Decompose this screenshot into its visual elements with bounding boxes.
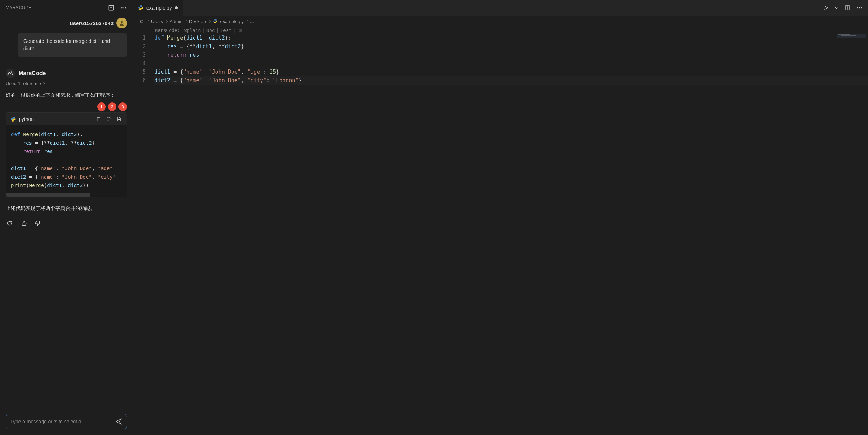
- assistant-header: MarsCode: [0, 65, 133, 79]
- tabs-row: example.py: [133, 0, 868, 16]
- breadcrumb-item[interactable]: C:: [140, 19, 145, 24]
- regenerate-button[interactable]: [6, 219, 13, 227]
- insert-code-button[interactable]: [105, 116, 112, 122]
- code-block-header: python: [6, 113, 127, 125]
- user-avatar[interactable]: [116, 18, 127, 28]
- run-button[interactable]: [822, 4, 829, 11]
- badge-1[interactable]: 1: [97, 102, 106, 111]
- new-file-code-button[interactable]: [116, 116, 122, 122]
- svg-point-11: [859, 7, 860, 9]
- marscode-sidebar: MARSCODE user61572637042 Generate the co…: [0, 0, 133, 435]
- sidebar-code-content: def Merge(dict1, dict2): res = {**dict1,…: [6, 125, 127, 193]
- editor-content[interactable]: 123456 def Merge(dict1, dict2): res = {*…: [133, 34, 868, 435]
- user-message: Generate the code for merge dict 1 and d…: [18, 33, 127, 57]
- badge-3[interactable]: 3: [118, 102, 127, 111]
- thumbs-up-button[interactable]: [20, 219, 28, 227]
- copy-code-button[interactable]: [95, 116, 102, 122]
- unsaved-dot-icon: [175, 6, 178, 9]
- code-lens-test[interactable]: Test: [220, 28, 231, 33]
- user-name: user61572637042: [70, 20, 114, 26]
- chevron-icon: [245, 20, 248, 23]
- input-container[interactable]: [6, 414, 127, 429]
- new-chat-button[interactable]: [107, 4, 115, 12]
- gutter: 123456: [133, 34, 154, 435]
- chevron-icon: [165, 20, 168, 23]
- followup-text: 上述代码实现了将两个字典合并的功能。: [0, 201, 133, 216]
- more-actions-button[interactable]: [119, 4, 127, 12]
- assistant-response-text: 好的，根据你的上下文和需求，编写了如下程序：: [0, 90, 133, 102]
- chevron-icon: [146, 20, 149, 23]
- badge-2[interactable]: 2: [108, 102, 116, 111]
- svg-point-12: [861, 7, 862, 9]
- breadcrumb-item[interactable]: Admin: [170, 19, 183, 24]
- breadcrumb-item[interactable]: example.py: [220, 19, 244, 24]
- thumbs-down-button[interactable]: [34, 219, 42, 227]
- code-lens-explain[interactable]: Explain: [181, 28, 201, 33]
- run-dropdown-button[interactable]: [834, 5, 839, 10]
- message-input[interactable]: [10, 419, 115, 424]
- python-icon: [10, 116, 16, 122]
- minimap[interactable]: [837, 34, 866, 44]
- marscode-logo-icon: [6, 69, 15, 78]
- svg-point-3: [121, 7, 122, 8]
- code-lens-doc[interactable]: Doc: [206, 28, 215, 33]
- editor-area: example.py C:: [133, 0, 868, 435]
- user-row: user61572637042: [0, 16, 133, 33]
- badges-row: 1 2 3: [0, 102, 133, 112]
- tab-example-py[interactable]: example.py: [133, 0, 183, 16]
- code-lens-prefix: MarsCode:: [155, 28, 180, 33]
- svg-point-10: [857, 7, 858, 9]
- sidebar-title: MARSCODE: [6, 5, 32, 10]
- tab-label: example.py: [146, 5, 172, 11]
- sidebar-code-block: python def Merge(dict1, dict2): res = {*…: [6, 112, 127, 197]
- reference-line[interactable]: Used 1 reference: [0, 79, 133, 90]
- feedback-row: [0, 216, 133, 234]
- breadcrumb-item[interactable]: Desktop: [189, 19, 206, 24]
- sidebar-header: MARSCODE: [0, 0, 133, 16]
- code-lens-close-icon[interactable]: [239, 28, 243, 33]
- breadcrumb-item[interactable]: ...: [250, 19, 254, 24]
- chevron-icon: [208, 20, 210, 23]
- svg-point-4: [122, 7, 123, 8]
- split-editor-button[interactable]: [844, 4, 851, 11]
- assistant-name: MarsCode: [18, 70, 46, 77]
- scrollbar-thumb[interactable]: [6, 193, 90, 197]
- breadcrumb-item[interactable]: Users: [151, 19, 163, 24]
- code-lines[interactable]: def Merge(dict1, dict2): res = {**dict1,…: [154, 34, 868, 435]
- svg-point-6: [121, 21, 123, 23]
- svg-rect-7: [97, 118, 100, 121]
- send-button[interactable]: [115, 418, 122, 425]
- python-icon: [212, 18, 218, 24]
- editor-more-button[interactable]: [856, 4, 863, 11]
- chevron-icon: [184, 20, 187, 23]
- breadcrumb[interactable]: C: Users Admin Desktop example.py ...: [133, 16, 868, 27]
- code-lang: python: [10, 116, 34, 122]
- chevron-right-icon: [42, 82, 45, 85]
- horizontal-scrollbar[interactable]: [6, 193, 127, 197]
- python-icon: [138, 5, 144, 11]
- code-lens: MarsCode:Explain | Doc | Test |: [133, 27, 868, 34]
- svg-point-5: [125, 7, 126, 8]
